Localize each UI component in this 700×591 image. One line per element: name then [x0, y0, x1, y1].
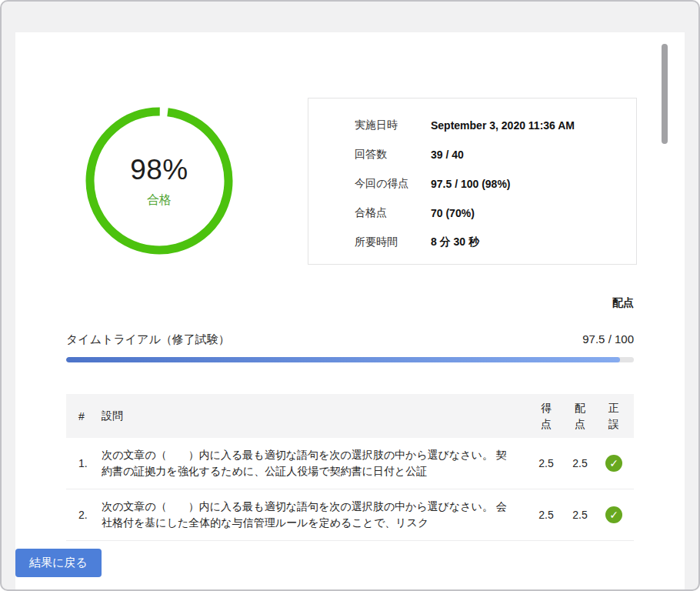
- detail-value: September 3, 2020 11:36 AM: [431, 119, 575, 132]
- detail-label: 合格点: [355, 206, 431, 220]
- detail-label: 所要時間: [355, 235, 431, 249]
- detail-value: 97.5 / 100 (98%): [431, 178, 511, 190]
- header-points: 配点: [575, 400, 586, 432]
- results-dialog: 98% 合格 実施日時 September 3, 2020 11:36 AM 回…: [0, 0, 700, 591]
- score-ring-center: 98% 合格: [82, 104, 236, 258]
- question-result-cell: ✓: [597, 506, 631, 523]
- vertical-scrollbar-thumb[interactable]: [662, 44, 668, 144]
- question-points: 2.5: [563, 457, 597, 469]
- detail-label: 今回の得点: [355, 177, 431, 191]
- summary-detail-row: 今回の得点 97.5 / 100 (98%): [355, 169, 621, 199]
- summary-detail-row: 所要時間 8 分 30 秒: [355, 228, 621, 257]
- question-result-cell: ✓: [597, 455, 631, 472]
- results-panel: 98% 合格 実施日時 September 3, 2020 11:36 AM 回…: [15, 32, 685, 589]
- question-text: 次の文章の（ ）内に入る最も適切な語句を次の選択肢の中から選びなさい。 会社格付…: [102, 499, 529, 531]
- points-column-label: 配点: [612, 296, 634, 310]
- summary-detail-row: 実施日時 September 3, 2020 11:36 AM: [355, 111, 621, 140]
- correct-check-icon: ✓: [605, 455, 622, 472]
- back-to-results-button[interactable]: 結果に戻る: [15, 549, 102, 577]
- score-percent: 98%: [130, 154, 188, 186]
- quiz-summary-row: タイムトライアル（修了試験） 97.5 / 100: [66, 332, 634, 347]
- question-number: 2.: [66, 509, 102, 521]
- header-correct: 正誤: [608, 400, 620, 432]
- progress-fill: [66, 357, 620, 362]
- detail-value: 70 (70%): [431, 207, 475, 219]
- score-ring: 98% 合格: [82, 104, 236, 258]
- summary-details-box: 実施日時 September 3, 2020 11:36 AM 回答数 39 /…: [308, 98, 637, 265]
- question-score: 2.5: [529, 509, 563, 521]
- table-row[interactable]: 1. 次の文章の（ ）内に入る最も適切な語句を次の選択肢の中から選びなさい。 契…: [66, 438, 634, 489]
- table-header-row: # 設問 得点 配点 正誤: [66, 394, 634, 438]
- summary-detail-row: 回答数 39 / 40: [355, 140, 621, 169]
- detail-label: 回答数: [355, 148, 431, 162]
- header-score: 得点: [541, 400, 552, 432]
- header-number: #: [66, 410, 102, 422]
- question-text: 次の文章の（ ）内に入る最も適切な語句を次の選択肢の中から選びなさい。 契約書の…: [102, 447, 529, 479]
- question-number: 1.: [66, 457, 102, 469]
- quiz-progress-bar: [66, 357, 634, 362]
- quiz-title: タイムトライアル（修了試験）: [66, 332, 230, 347]
- questions-table: # 設問 得点 配点 正誤 1. 次の文章の（ ）内に入る最も適切な語句を次の選…: [66, 394, 634, 541]
- table-row[interactable]: 2. 次の文章の（ ）内に入る最も適切な語句を次の選択肢の中から選びなさい。 会…: [66, 489, 634, 541]
- quiz-score: 97.5 / 100: [582, 332, 634, 346]
- question-points: 2.5: [563, 509, 597, 521]
- summary-detail-row: 合格点 70 (70%): [355, 199, 621, 228]
- question-score: 2.5: [529, 457, 563, 469]
- pass-status-label: 合格: [147, 192, 172, 209]
- detail-value: 8 分 30 秒: [431, 235, 479, 249]
- detail-value: 39 / 40: [431, 149, 464, 161]
- correct-check-icon: ✓: [605, 506, 622, 523]
- detail-label: 実施日時: [355, 119, 431, 132]
- header-question: 設問: [102, 408, 529, 424]
